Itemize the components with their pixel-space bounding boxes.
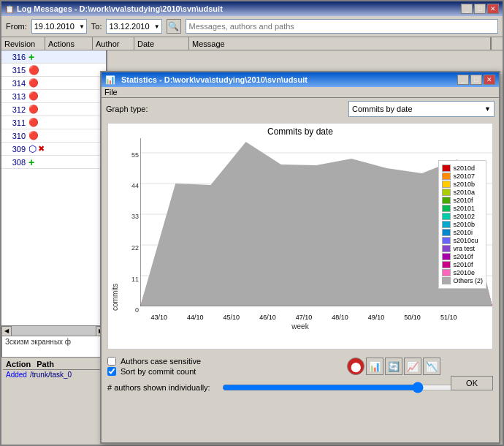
graph-type-label: Graph type: xyxy=(106,105,148,113)
toolbar: From: 19.10.2010 To: 13.12.2010 🔍 xyxy=(1,16,503,37)
stats-title-icon: 📊 xyxy=(105,75,115,85)
edit-icon: 🔴 xyxy=(28,91,39,101)
legend-item: Others (2) xyxy=(442,277,483,284)
from-date-value: 19.10.2010 xyxy=(34,22,75,31)
file-menu[interactable]: File xyxy=(104,88,118,97)
table-row[interactable]: 316 + xyxy=(1,50,106,64)
del-icon: ✖ xyxy=(38,144,45,154)
to-label: To: xyxy=(91,22,102,31)
revision-list: 316 + 315 🔴 314 🔴 313 🔴 xyxy=(1,50,106,325)
path-col-header: Path xyxy=(37,360,54,368)
edit-icon: 🔴 xyxy=(28,65,39,75)
close-button[interactable]: ✕ xyxy=(487,4,499,14)
legend-item: s2010f xyxy=(442,253,483,260)
graph-type-combo[interactable]: Commits by date xyxy=(348,101,495,117)
stats-maximize-btn[interactable]: □ xyxy=(470,75,482,85)
table-row[interactable]: 308 + xyxy=(1,156,106,169)
scroll-track[interactable] xyxy=(12,326,96,336)
table-row[interactable]: 309 ⬡ ✖ xyxy=(1,143,106,156)
stats-window-controls: _ □ ✕ xyxy=(457,75,495,85)
sort-commit-label: Sort by commit count xyxy=(121,367,196,376)
stats-dialog: 📊 Statistics - D:\work\vva\studying\2010… xyxy=(100,71,500,444)
authors-slider[interactable] xyxy=(222,382,487,393)
col-author: Author xyxy=(93,37,134,50)
col-actions: Actions xyxy=(45,37,93,50)
table-row[interactable]: 311 🔴 xyxy=(1,116,106,129)
stats-icon-refresh[interactable]: 🔄 xyxy=(385,358,402,375)
add-icon: + xyxy=(28,156,34,168)
main-window: 📋 Log Messages - D:\work\vva\studying\20… xyxy=(0,0,504,446)
main-titlebar: 📋 Log Messages - D:\work\vva\studying\20… xyxy=(1,1,503,16)
horizontal-scrollbar[interactable]: ◀ ▶ xyxy=(1,325,106,336)
action-cell: Added xyxy=(6,371,27,379)
legend-item: s2010e xyxy=(442,269,483,276)
from-label: From: xyxy=(6,22,27,31)
x-axis-label: week xyxy=(108,322,492,332)
path-cell: /trunk/task_0 xyxy=(30,371,72,379)
to-date-picker[interactable]: 13.12.2010 xyxy=(106,19,161,34)
col-message: Message xyxy=(189,37,491,50)
stats-title: Statistics - D:\work\vva\studying\2010\s… xyxy=(121,75,308,84)
legend-item: s20107 xyxy=(442,173,483,180)
edit-icon: 🔴 xyxy=(28,105,39,114)
minimize-button[interactable]: _ xyxy=(461,4,473,14)
scroll-left-btn[interactable]: ◀ xyxy=(1,326,12,336)
legend-item: s2010i xyxy=(442,229,483,236)
graph-type-value: Commits by date xyxy=(352,105,413,113)
authors-case-label: Authors case sensitive xyxy=(121,357,201,366)
legend-item: s20101 xyxy=(442,205,483,212)
legend-item: s2010a xyxy=(442,189,483,196)
action-row[interactable]: Added /trunk/task_0 xyxy=(3,370,106,379)
stats-titlebar: 📊 Statistics - D:\work\vva\studying\2010… xyxy=(102,72,499,87)
legend-item: s2010d xyxy=(442,165,483,172)
chart-container: Commits by date commits 0 11 22 33 44 55 xyxy=(107,123,493,349)
action-path-header: Action Path xyxy=(3,359,106,370)
main-title: Log Messages - D:\work\vva\studying\2010… xyxy=(17,4,223,13)
authors-case-check[interactable] xyxy=(107,357,116,366)
table-row[interactable]: 313 🔴 xyxy=(1,90,106,103)
y-axis-label: commits xyxy=(108,138,122,314)
authors-case-row: Authors case sensitive xyxy=(107,357,201,366)
chart-legend: s2010d s20107 s2010b s2010a s2010f s2010… xyxy=(438,160,486,289)
legend-item: s2010cu xyxy=(442,237,483,244)
table-row[interactable]: 314 🔴 xyxy=(1,77,106,90)
from-date-picker[interactable]: 19.10.2010 xyxy=(31,19,87,34)
stats-icon-circle[interactable]: ⬤ xyxy=(347,358,364,375)
authors-shown-row: # authors shown individually: xyxy=(107,382,493,393)
edit-icon: 🔴 xyxy=(28,118,39,127)
table-row[interactable]: 315 🔴 xyxy=(1,64,106,77)
window-controls: _ □ ✕ xyxy=(461,4,499,14)
stats-toolbar: Graph type: Commits by date xyxy=(102,98,499,120)
table-row[interactable]: 310 🔴 xyxy=(1,129,106,143)
search-button[interactable]: 🔍 xyxy=(167,19,181,34)
edit-icon: 🔴 xyxy=(28,78,39,88)
legend-item: vra test xyxy=(442,245,483,252)
stats-close-btn[interactable]: ✕ xyxy=(484,75,495,85)
edit-icon: 🔴 xyxy=(28,131,39,140)
stats-icon-chart2[interactable]: 📈 xyxy=(404,358,421,375)
add-icon: + xyxy=(28,51,34,63)
sort-commit-row: Sort by commit count xyxy=(107,367,201,376)
maximize-button[interactable]: □ xyxy=(474,4,486,14)
header-scroll xyxy=(491,37,503,50)
ok-button[interactable]: OK xyxy=(451,376,493,390)
col-date: Date xyxy=(134,37,189,50)
nav-icon: ⬡ xyxy=(28,143,37,154)
legend-item: s2010b xyxy=(442,181,483,188)
stats-icon-bar[interactable]: 📊 xyxy=(366,358,383,375)
action-col-header: Action xyxy=(6,360,31,368)
legend-item: s2010b xyxy=(442,221,483,228)
column-headers: Revision Actions Author Date Message xyxy=(1,37,503,50)
action-path-area: Action Path Added /trunk/task_0 xyxy=(1,358,107,381)
table-row[interactable]: 312 🔴 xyxy=(1,103,106,116)
stats-minimize-btn[interactable]: _ xyxy=(457,75,469,85)
stats-bottom-controls: Authors case sensitive Sort by commit co… xyxy=(102,352,499,396)
sort-commit-check[interactable] xyxy=(107,367,116,376)
legend-item: s2010f xyxy=(442,197,483,204)
search-input[interactable] xyxy=(186,19,498,34)
legend-item: s2010f xyxy=(442,261,483,268)
stats-icon-chart3[interactable]: 📉 xyxy=(423,358,440,375)
stats-icon-toolbar: ⬤ 📊 🔄 📈 📉 xyxy=(347,355,440,377)
chart-title: Commits by date xyxy=(108,124,492,138)
authors-shown-label: # authors shown individually: xyxy=(107,383,210,392)
